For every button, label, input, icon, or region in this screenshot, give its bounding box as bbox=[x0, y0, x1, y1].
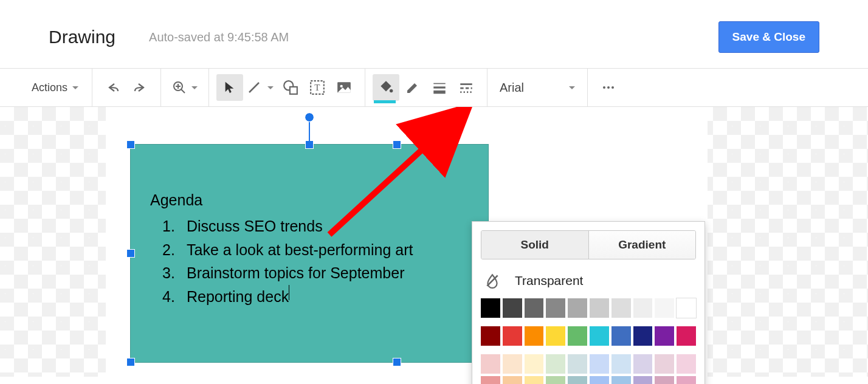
color-swatch[interactable] bbox=[590, 376, 609, 384]
color-swatch[interactable] bbox=[546, 354, 565, 374]
color-swatch[interactable] bbox=[481, 354, 500, 374]
color-swatch[interactable] bbox=[633, 376, 653, 384]
resize-handle[interactable] bbox=[393, 141, 401, 148]
border-weight-button[interactable] bbox=[426, 74, 453, 101]
resize-handle[interactable] bbox=[306, 141, 313, 148]
fill-type-tabs: Solid Gradient bbox=[481, 230, 696, 259]
color-swatch[interactable] bbox=[503, 298, 522, 318]
transparent-label: Transparent bbox=[515, 273, 583, 288]
color-swatch[interactable] bbox=[590, 298, 609, 318]
color-swatch[interactable] bbox=[633, 326, 653, 346]
color-swatch[interactable] bbox=[503, 376, 522, 384]
list-item: 2.Take a look at best-performing art bbox=[150, 238, 470, 262]
actions-menu[interactable]: Actions bbox=[26, 74, 84, 101]
list-item: 4.Reporting deck bbox=[150, 285, 470, 309]
svg-point-20 bbox=[611, 86, 614, 89]
color-swatch[interactable] bbox=[503, 326, 522, 346]
app-title: Drawing bbox=[49, 27, 115, 47]
resize-handle[interactable] bbox=[127, 141, 134, 148]
caret-down-icon bbox=[72, 86, 78, 89]
font-name-label: Arial bbox=[500, 81, 524, 95]
color-swatch[interactable] bbox=[677, 298, 696, 318]
actions-label: Actions bbox=[32, 81, 67, 94]
transparent-option[interactable]: Transparent bbox=[481, 270, 696, 298]
color-swatch[interactable] bbox=[525, 354, 544, 374]
color-swatch[interactable] bbox=[611, 298, 631, 318]
caret-down-icon bbox=[267, 86, 274, 89]
color-swatch[interactable] bbox=[546, 298, 565, 318]
color-swatch[interactable] bbox=[633, 298, 653, 318]
textbox-shape[interactable]: Agenda 1.Discuss SEO trends 2.Take a loo… bbox=[130, 144, 489, 363]
line-tool-button[interactable] bbox=[243, 74, 277, 101]
svg-point-18 bbox=[603, 86, 605, 89]
color-swatch[interactable] bbox=[655, 298, 674, 318]
rotate-stem bbox=[309, 119, 310, 141]
color-swatch[interactable] bbox=[568, 298, 587, 318]
color-swatch[interactable] bbox=[611, 354, 631, 374]
header: Drawing Auto-saved at 9:45:58 AM Save & … bbox=[0, 0, 868, 68]
textbox-heading: Agenda bbox=[150, 188, 470, 212]
no-fill-icon bbox=[484, 273, 500, 289]
svg-point-11 bbox=[390, 89, 393, 92]
color-swatch[interactable] bbox=[677, 376, 696, 384]
tab-solid[interactable]: Solid bbox=[481, 231, 589, 259]
color-swatch[interactable] bbox=[655, 354, 674, 374]
color-swatch[interactable] bbox=[546, 326, 565, 346]
resize-handle[interactable] bbox=[127, 358, 134, 366]
svg-rect-6 bbox=[290, 87, 297, 94]
caret-down-icon bbox=[191, 86, 198, 89]
save-and-close-button[interactable]: Save & Close bbox=[718, 21, 819, 53]
svg-line-4 bbox=[249, 83, 259, 92]
canvas[interactable]: Agenda 1.Discuss SEO trends 2.Take a loo… bbox=[0, 107, 868, 377]
svg-line-1 bbox=[181, 89, 185, 93]
shape-tool-button[interactable] bbox=[277, 74, 304, 101]
color-swatch[interactable] bbox=[611, 326, 631, 346]
tab-gradient[interactable]: Gradient bbox=[589, 231, 696, 259]
svg-point-19 bbox=[607, 86, 610, 89]
color-swatch[interactable] bbox=[481, 376, 500, 384]
color-swatch[interactable] bbox=[525, 376, 544, 384]
color-swatch[interactable] bbox=[677, 354, 696, 374]
color-swatch[interactable] bbox=[655, 376, 674, 384]
font-select[interactable]: Arial bbox=[487, 81, 587, 95]
resize-handle[interactable] bbox=[127, 250, 134, 257]
image-tool-button[interactable] bbox=[331, 74, 357, 101]
color-swatch[interactable] bbox=[655, 326, 674, 346]
color-swatch[interactable] bbox=[590, 326, 609, 346]
fill-color-popup: Solid Gradient Transparent bbox=[472, 221, 705, 384]
list-item: 3.Brainstorm topics for September bbox=[150, 261, 470, 285]
undo-button[interactable] bbox=[100, 74, 126, 101]
textbox-tool-button[interactable]: T bbox=[304, 74, 331, 101]
color-swatch[interactable] bbox=[611, 376, 631, 384]
select-tool-button[interactable] bbox=[216, 74, 243, 101]
rotate-handle[interactable] bbox=[305, 113, 314, 122]
caret-down-icon bbox=[569, 86, 575, 89]
color-swatch[interactable] bbox=[546, 376, 565, 384]
color-swatch[interactable] bbox=[590, 354, 609, 374]
color-swatch-grid bbox=[481, 298, 696, 384]
text-cursor bbox=[289, 285, 289, 300]
color-swatch[interactable] bbox=[525, 326, 544, 346]
color-swatch[interactable] bbox=[568, 354, 587, 374]
border-dash-button[interactable] bbox=[453, 74, 480, 101]
border-color-button[interactable] bbox=[399, 74, 426, 101]
svg-point-10 bbox=[340, 85, 343, 87]
color-swatch[interactable] bbox=[677, 326, 696, 346]
color-swatch[interactable] bbox=[525, 298, 544, 318]
color-swatch[interactable] bbox=[481, 298, 500, 318]
more-options-button[interactable] bbox=[595, 74, 622, 101]
color-swatch[interactable] bbox=[568, 376, 587, 384]
fill-color-button[interactable] bbox=[373, 74, 399, 101]
toolbar: Actions T bbox=[0, 68, 868, 107]
zoom-button[interactable] bbox=[168, 74, 201, 101]
color-swatch[interactable] bbox=[503, 354, 522, 374]
color-swatch[interactable] bbox=[633, 354, 653, 374]
fill-color-indicator bbox=[374, 100, 396, 103]
resize-handle[interactable] bbox=[393, 358, 401, 366]
redo-button[interactable] bbox=[126, 74, 153, 101]
list-item: 1.Discuss SEO trends bbox=[150, 214, 470, 238]
color-swatch[interactable] bbox=[481, 326, 500, 346]
color-swatch[interactable] bbox=[568, 326, 587, 346]
svg-text:T: T bbox=[314, 82, 320, 92]
textbox-content[interactable]: Agenda 1.Discuss SEO trends 2.Take a loo… bbox=[131, 145, 488, 309]
